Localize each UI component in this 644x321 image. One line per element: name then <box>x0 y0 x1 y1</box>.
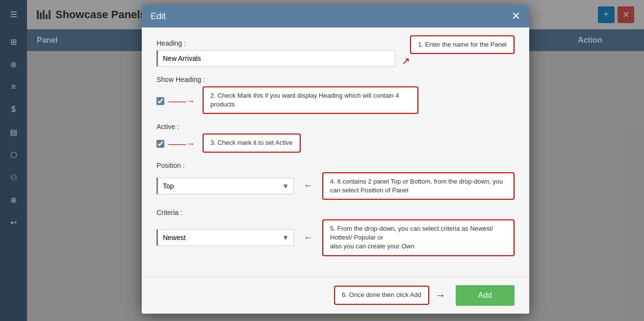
position-arrow-icon: ← <box>304 181 312 191</box>
criteria-select-wrapper: Newest Hottest Popular Custom ▼ <box>156 229 294 246</box>
sidebar-user-icon[interactable]: ⚇ <box>4 168 23 187</box>
criteria-select[interactable]: Newest Hottest Popular Custom <box>156 229 294 246</box>
active-row: ——→ <box>156 139 195 148</box>
sidebar-cart-icon[interactable]: ⊕ <box>4 190 23 209</box>
active-label: Active : <box>156 123 515 131</box>
active-group: Active : ——→ 3. Check mark it to set Act… <box>156 123 515 152</box>
add-modal-button[interactable]: Add <box>456 285 515 306</box>
sidebar-tag-icon[interactable]: ⊛ <box>4 55 23 74</box>
sidebar-dashboard-icon[interactable]: ⊞ <box>4 32 23 51</box>
position-group: Position : Top Bottom ▼ ← 4. It contains… <box>156 161 515 200</box>
main-content: Showcase Panels + ✕ Panel Action Edit ✕ … <box>27 0 644 321</box>
sidebar: ☰ ⊞ ⊛ ≡ $ ▤ ⬡ ⚇ ⊕ ↩ <box>0 0 27 321</box>
show-heading-label: Show Heading : <box>156 76 515 83</box>
heading-input[interactable] <box>156 50 395 67</box>
modal-footer: 6. Once done then click Add → Add <box>142 277 529 314</box>
modal-header: Edit ✕ <box>142 5 529 27</box>
instruction-5-text: 5. From the drop-down, you can select cr… <box>330 225 493 250</box>
active-arrow: ——→ <box>168 139 195 148</box>
show-heading-row: ——→ <box>156 97 195 106</box>
modal-title: Edit <box>151 11 166 22</box>
sidebar-menu-icon[interactable]: ☰ <box>4 5 23 24</box>
show-heading-group: Show Heading : ——→ 2. Check Mark this if… <box>156 76 515 114</box>
instruction-4-box: 4. It contains 2 panel Top or Bottom, fr… <box>322 172 515 200</box>
instruction-3-box: 3. Check mark it to set Active <box>203 134 301 152</box>
position-select-wrapper: Top Bottom ▼ <box>156 178 294 194</box>
instruction-6-box: 6. Once done then click Add <box>334 286 429 304</box>
modal-overlay: Edit ✕ Heading : ↗ <box>27 0 644 321</box>
criteria-arrow-icon: ← <box>304 233 312 243</box>
criteria-group: Criteria : Newest Hottest Popular Custom… <box>156 209 515 256</box>
instruction-2-box: 2. Check Mark this if you want display H… <box>203 86 418 114</box>
sidebar-box-icon[interactable]: ⬡ <box>4 145 23 164</box>
modal-close-button[interactable]: ✕ <box>512 11 520 22</box>
heading-group: Heading : ↗ 1. Enter the name for the Pa… <box>156 39 515 67</box>
footer-tooltip-area: 6. Once done then click Add → <box>334 286 446 304</box>
show-heading-checkbox[interactable] <box>156 97 164 105</box>
active-checkbox[interactable] <box>156 140 164 148</box>
modal-body: Heading : ↗ 1. Enter the name for the Pa… <box>142 27 529 277</box>
edit-modal: Edit ✕ Heading : ↗ <box>142 5 529 314</box>
instruction-1-box: 1. Enter the name for the Panel <box>410 35 515 54</box>
footer-arrow-icon: → <box>435 289 446 302</box>
criteria-label: Criteria : <box>156 209 515 216</box>
sidebar-chart-icon[interactable]: ▤ <box>4 123 23 141</box>
show-heading-arrow: ——→ <box>168 97 195 106</box>
arrow-to-tooltip1: ↗ <box>402 55 410 67</box>
sidebar-return-icon[interactable]: ↩ <box>4 213 23 232</box>
sidebar-list-icon[interactable]: ≡ <box>4 78 23 96</box>
instruction-5-box: 5. From the drop-down, you can select cr… <box>322 219 515 256</box>
position-select[interactable]: Top Bottom <box>156 178 294 194</box>
position-label: Position : <box>156 161 515 169</box>
sidebar-money-icon[interactable]: $ <box>4 100 23 119</box>
